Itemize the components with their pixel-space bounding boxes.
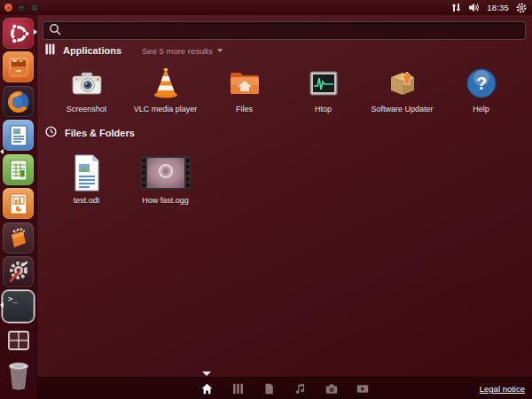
app-result-htop[interactable]: Htop	[284, 66, 363, 113]
file-result-howfastogg[interactable]: How fast.ogg	[126, 153, 205, 205]
camera-app-icon	[69, 66, 105, 101]
app-label: Screenshot	[66, 105, 107, 113]
window-controls: × – ▢	[0, 4, 39, 12]
lens-video-icon[interactable]	[356, 383, 368, 395]
software-center-icon[interactable]	[3, 223, 34, 254]
app-label: Htop	[315, 105, 332, 113]
app-result-software-updater[interactable]: Software Updater	[363, 66, 442, 113]
trash-icon[interactable]	[3, 360, 34, 391]
app-result-help[interactable]: ? Help	[442, 66, 520, 113]
active-lens-indicator-icon	[202, 372, 211, 376]
terminal-prompt: >_	[8, 294, 18, 303]
launcher: >_	[0, 15, 37, 399]
system-settings-icon[interactable]	[3, 256, 34, 287]
close-button[interactable]: ×	[4, 4, 12, 12]
maximize-button[interactable]: ▢	[30, 4, 39, 12]
system-tray: 18:35	[451, 3, 532, 13]
recent-clock-icon	[45, 125, 57, 141]
app-label: Software Updater	[371, 105, 433, 113]
files-drawer-icon[interactable]	[3, 51, 34, 82]
legal-notice-link[interactable]: Legal notice	[480, 384, 525, 394]
libreoffice-impress-icon[interactable]	[3, 188, 34, 219]
lens-photos-icon[interactable]	[325, 383, 337, 395]
lens-files-icon[interactable]	[263, 383, 275, 395]
lens-music-icon[interactable]	[294, 383, 306, 395]
section-title: Applications	[63, 45, 121, 56]
chevron-down-icon	[217, 49, 223, 52]
video-filmstrip-icon	[139, 153, 192, 192]
writer-document-icon	[69, 153, 105, 192]
focused-arrow-icon	[34, 29, 37, 35]
app-result-screenshot[interactable]: Screenshot	[47, 66, 126, 113]
top-panel: × – ▢ 18:35	[0, 0, 532, 15]
applications-grid: Screenshot VLC media player	[47, 66, 520, 113]
clock-indicator[interactable]: 18:35	[487, 3, 509, 12]
workspace-switcher-icon[interactable]	[3, 325, 34, 356]
see-more-results-expander[interactable]: See 5 more results	[142, 46, 223, 56]
svg-text:?: ?	[475, 74, 486, 93]
libreoffice-calc-icon[interactable]	[3, 154, 34, 185]
files-folders-section-header: Files & Folders	[45, 125, 135, 141]
app-result-vlc[interactable]: VLC media player	[126, 66, 205, 113]
vlc-cone-icon	[148, 66, 184, 101]
file-label: How fast.ogg	[142, 196, 189, 205]
libreoffice-writer-icon[interactable]	[3, 120, 34, 151]
minimize-button[interactable]: –	[17, 4, 26, 12]
help-question-icon: ?	[464, 66, 499, 101]
firefox-icon[interactable]	[3, 86, 34, 117]
home-folder-icon	[227, 66, 262, 101]
network-arrows-icon[interactable]	[451, 3, 461, 12]
volume-icon[interactable]	[468, 3, 480, 12]
lens-bar	[37, 377, 532, 399]
expander-label: See 5 more results	[142, 46, 213, 56]
app-label: Files	[236, 105, 253, 113]
terminal-icon[interactable]: >_	[3, 291, 34, 322]
search-bar	[43, 21, 526, 40]
file-label: test.odt	[74, 196, 100, 205]
search-input[interactable]	[61, 26, 525, 36]
app-label: Help	[473, 105, 489, 113]
section-title: Files & Folders	[65, 128, 135, 138]
file-result-testodt[interactable]: test.odt	[47, 153, 126, 205]
lens-home-icon[interactable]	[201, 383, 213, 395]
search-icon	[49, 23, 61, 39]
applications-section-header: Applications See 5 more results	[45, 43, 223, 59]
app-result-files[interactable]: Files	[205, 66, 284, 113]
app-label: VLC media player	[134, 105, 198, 113]
dash-overlay: Applications See 5 more results	[37, 15, 532, 399]
updater-box-icon	[385, 66, 420, 101]
ubuntu-dash-icon[interactable]	[3, 18, 34, 49]
session-gear-icon[interactable]	[516, 3, 527, 13]
htop-monitor-icon	[306, 66, 341, 101]
running-arrow-icon	[0, 149, 4, 154]
applications-lens-icon	[45, 43, 55, 59]
lens-applications-icon[interactable]	[232, 383, 244, 395]
running-arrow-icon	[0, 302, 4, 308]
files-grid: test.odt	[47, 153, 205, 205]
